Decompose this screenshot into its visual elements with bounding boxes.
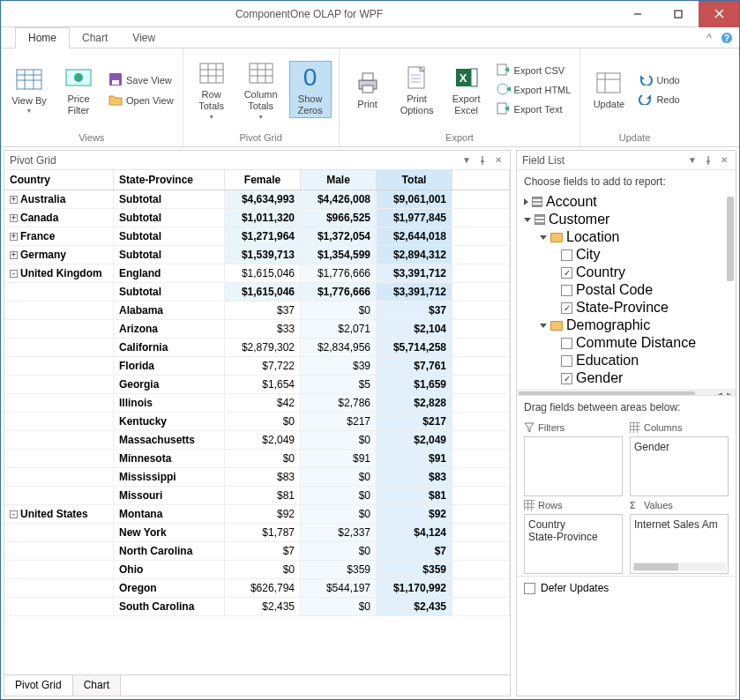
show-zeros-button[interactable]: 0 Show Zeros (289, 61, 332, 118)
bottom-tab-chart[interactable]: Chart (73, 675, 121, 696)
field-item[interactable]: Gender (634, 441, 724, 453)
checkbox[interactable] (524, 583, 535, 594)
table-row[interactable]: South Carolina$2,435$0$2,435 (4, 598, 510, 616)
defer-updates[interactable]: Defer Updates (517, 576, 736, 599)
pin-icon[interactable] (702, 156, 714, 165)
table-icon (532, 197, 542, 207)
scrollbar-horizontal[interactable]: ◀▶ (517, 389, 736, 396)
table-row[interactable]: North Carolina$7$0$7 (4, 542, 510, 561)
rows-box[interactable]: CountryState-Province (524, 514, 623, 574)
table-row[interactable]: Florida$7,722$39$7,761 (4, 357, 510, 376)
chevron-right-icon[interactable]: ▶ (725, 391, 734, 396)
values-header: ΣValues (630, 500, 729, 510)
dropdown-icon[interactable]: ▼ (460, 155, 473, 165)
header-state[interactable]: State-Province (114, 170, 225, 190)
print-button[interactable]: Print (347, 67, 389, 112)
table-row[interactable]: Missouri$81$0$81 (4, 487, 510, 505)
table-row[interactable]: Illinois$42$2,786$2,828 (4, 394, 510, 413)
table-row[interactable]: Kentucky$0$217$217 (4, 413, 510, 431)
dropdown-icon[interactable]: ▼ (686, 155, 699, 165)
print-options-button[interactable]: Print Options (396, 62, 438, 117)
export-text-button[interactable]: Export Text (495, 101, 573, 118)
scrollbar-thumb[interactable] (727, 197, 734, 281)
expand-icon[interactable]: + (10, 214, 18, 222)
table-row[interactable]: +FranceSubtotal$1,271,964$1,372,054$2,64… (4, 227, 510, 246)
collapse-icon[interactable] (524, 218, 531, 222)
field-item[interactable]: State-Province (528, 531, 618, 543)
collapse-icon[interactable]: - (10, 270, 18, 278)
chevron-left-icon[interactable]: ◀ (714, 391, 723, 396)
update-button[interactable]: Update (587, 67, 630, 112)
expand-icon[interactable]: + (10, 251, 18, 259)
expand-icon[interactable] (524, 198, 528, 205)
export-excel-button[interactable]: X Export Excel (445, 62, 488, 117)
table-row[interactable]: Georgia$1,654$5$1,659 (4, 376, 510, 394)
header-total[interactable]: Total (377, 170, 452, 190)
help-icon[interactable]: ? (720, 31, 734, 45)
checkbox[interactable]: ✓ (561, 373, 572, 384)
filters-box[interactable] (524, 436, 623, 496)
table-row[interactable]: -United KingdomEngland$1,615,046$1,776,6… (4, 264, 510, 283)
table-row[interactable]: Minnesota$0$91$91 (4, 450, 510, 468)
table-row[interactable]: -United StatesMontana$92$0$92 (4, 505, 510, 524)
header-male[interactable]: Male (301, 170, 377, 190)
checkbox[interactable]: ✓ (561, 267, 572, 279)
view-by-button[interactable]: View By ▼ (8, 63, 50, 116)
bottom-tab-pivot[interactable]: Pivot Grid (4, 675, 73, 696)
price-filter-button[interactable]: Price Filter (57, 62, 100, 117)
tab-view[interactable]: View (120, 28, 168, 48)
column-totals-button[interactable]: Column Totals ▼ (240, 57, 282, 121)
expand-icon[interactable]: + (10, 196, 18, 204)
checkbox[interactable]: ✓ (561, 302, 572, 314)
table-row[interactable]: +AustraliaSubtotal$4,634,993$4,426,008$9… (4, 190, 510, 209)
table-row[interactable]: +CanadaSubtotal$1,011,320$966,525$1,977,… (4, 209, 510, 227)
expand-icon[interactable]: + (10, 233, 18, 241)
checkbox[interactable] (561, 338, 572, 349)
table-row[interactable]: Massachusetts$2,049$0$2,049 (4, 431, 510, 450)
save-view-button[interactable]: Save View (107, 71, 176, 90)
pin-icon[interactable] (476, 156, 489, 165)
export-csv-button[interactable]: Export CSV (495, 62, 573, 79)
table-row[interactable]: +GermanySubtotal$1,539,713$1,354,599$2,8… (4, 246, 510, 264)
table-row[interactable]: California$2,879,302$2,834,956$5,714,258 (4, 339, 510, 357)
collapse-icon[interactable]: - (10, 510, 18, 518)
columns-box[interactable]: Gender (630, 436, 729, 496)
checkbox[interactable] (561, 249, 572, 261)
maximize-button[interactable] (658, 1, 699, 27)
table-row[interactable]: Arizona$33$2,071$2,104 (4, 320, 510, 339)
close-icon[interactable]: ✕ (718, 155, 730, 165)
table-row[interactable]: Subtotal$1,615,046$1,776,666$3,391,712 (4, 283, 510, 302)
table-row[interactable]: New York$1,787$2,337$4,124 (4, 524, 510, 542)
checkbox[interactable] (561, 285, 572, 296)
collapse-icon[interactable] (540, 235, 547, 240)
collapse-ribbon-icon[interactable]: ^ (702, 31, 716, 45)
export-html-button[interactable]: Export HTML (495, 81, 573, 99)
tab-chart[interactable]: Chart (70, 28, 120, 48)
tab-home[interactable]: Home (15, 27, 70, 48)
sigma-icon: Σ (630, 500, 640, 510)
table-row[interactable]: Oregon$626,794$544,197$1,170,992 (4, 579, 510, 598)
table-row[interactable]: Mississippi$83$0$83 (4, 468, 510, 487)
pivot-body[interactable]: +AustraliaSubtotal$4,634,993$4,426,008$9… (4, 190, 510, 674)
values-box[interactable]: Internet Sales Am (630, 514, 729, 574)
table-row[interactable]: Ohio$0$359$359 (4, 561, 510, 579)
close-icon[interactable]: ✕ (492, 155, 505, 165)
scrollbar-thumb[interactable] (634, 563, 678, 570)
collapse-icon[interactable] (540, 324, 547, 328)
ribbon-group-export: Print Print Options X Export Excel Expor… (340, 48, 581, 146)
checkbox[interactable] (561, 355, 572, 367)
redo-button[interactable]: Redo (637, 91, 681, 108)
undo-button[interactable]: Undo (637, 71, 681, 89)
table-row[interactable]: Alabama$37$0$37 (4, 302, 510, 320)
field-item[interactable]: Internet Sales Am (634, 518, 724, 531)
open-view-button[interactable]: Open View (107, 92, 176, 109)
field-item[interactable]: Country (528, 518, 618, 531)
field-tree[interactable]: Account Customer Location City ✓Country … (517, 193, 736, 396)
chevron-down-icon: ▼ (26, 108, 33, 114)
header-country[interactable]: Country (4, 170, 114, 190)
minimize-button[interactable] (617, 1, 658, 27)
close-button[interactable] (699, 1, 739, 27)
header-female[interactable]: Female (225, 170, 301, 190)
row-totals-button[interactable]: Row Totals ▼ (191, 57, 233, 121)
svg-text:X: X (459, 71, 467, 85)
